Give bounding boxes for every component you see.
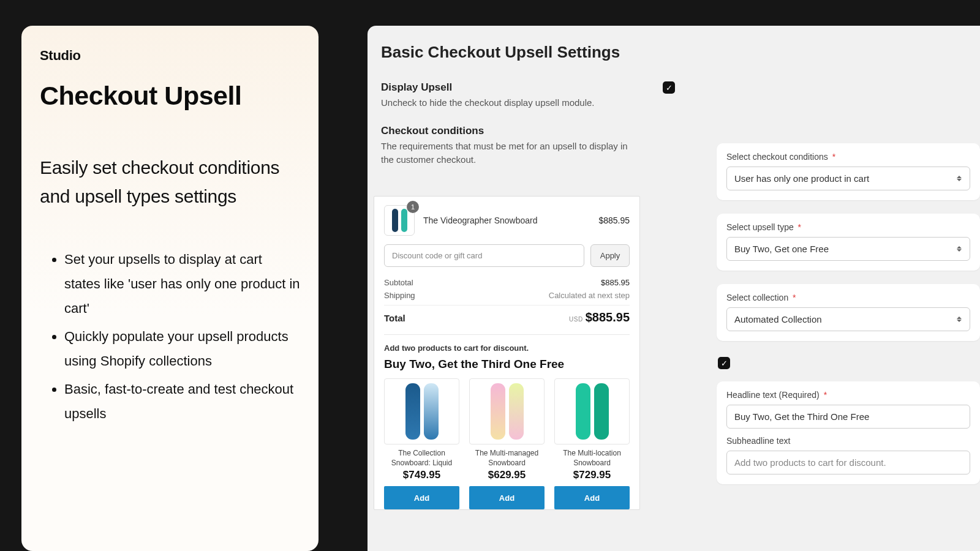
- hero-bullet: Quickly populate your upsell products us…: [64, 324, 300, 373]
- total-label: Total: [384, 313, 405, 323]
- forms-column: Select checkout conditions * User has on…: [717, 143, 980, 498]
- conditions-label: Checkout conditions: [381, 125, 638, 137]
- upsell-card: The Multi-managed Snowboard $629.95 Add: [469, 378, 545, 509]
- upsell-name: The Multi-managed Snowboard: [469, 448, 545, 468]
- discount-input[interactable]: Discount code or gift card: [384, 244, 584, 267]
- settings-title: Basic Checkout Upsell Settings: [381, 43, 980, 62]
- display-upsell-row: Display Upsell Uncheck to hide the check…: [381, 81, 980, 110]
- headline-form-card: Headline text (Required) * Buy Two, Get …: [717, 381, 980, 484]
- upsell-grid: The Collection Snowboard: Liquid $749.95…: [384, 378, 630, 509]
- conditions-select-label: Select checkout conditions *: [726, 152, 970, 162]
- subtotal-value: $885.95: [601, 278, 630, 287]
- collection-form-card: Select collection * Automated Collection: [717, 284, 980, 341]
- upsell-type-select[interactable]: Buy Two, Get one Free: [726, 237, 970, 261]
- upsell-type-select-value: Buy Two, Get one Free: [734, 244, 829, 254]
- headline-input-label: Headline text (Required) *: [726, 390, 970, 400]
- hero-title: Checkout Upsell: [40, 81, 300, 111]
- upsell-name: The Collection Snowboard: Liquid: [384, 448, 459, 468]
- collection-select[interactable]: Automated Collection: [726, 307, 970, 331]
- extra-checkbox[interactable]: ✓: [718, 357, 730, 369]
- collection-select-label: Select collection *: [726, 293, 970, 302]
- total-currency: USD: [569, 316, 583, 323]
- subheadline-input-label: Subheadline text: [726, 436, 970, 446]
- conditions-select[interactable]: User has only one product in cart: [726, 167, 970, 190]
- qty-badge: 1: [407, 201, 419, 213]
- upsell-name: The Multi-location Snowboard: [554, 448, 630, 468]
- conditions-form-card: Select checkout conditions * User has on…: [717, 143, 980, 200]
- chevron-updown-icon: [956, 174, 962, 183]
- upsell-price: $629.95: [469, 469, 545, 481]
- upsell-image: [554, 378, 630, 444]
- cart-item-price: $885.95: [598, 216, 630, 225]
- conditions-select-value: User has only one product in cart: [734, 173, 869, 184]
- checkout-preview: 1 The Videographer Snowboard $885.95 Dis…: [374, 196, 640, 510]
- upsell-image: [469, 378, 545, 444]
- headline-input-value: Buy Two, Get the Third One Free: [734, 411, 869, 422]
- display-upsell-help: Uncheck to hide the checkout display ups…: [381, 96, 638, 110]
- display-upsell-label: Display Upsell: [381, 81, 638, 94]
- subtotal-label: Subtotal: [384, 278, 413, 287]
- upsell-image: [384, 378, 459, 444]
- settings-panel: Basic Checkout Upsell Settings Display U…: [368, 26, 980, 551]
- hero-bullets: Set your upsells to display at cart stat…: [40, 247, 300, 426]
- upsell-type-form-card: Select upsell type * Buy Two, Get one Fr…: [717, 214, 980, 271]
- collection-select-value: Automated Collection: [734, 314, 822, 324]
- add-button[interactable]: Add: [384, 486, 459, 509]
- brand-label: Studio: [40, 48, 300, 64]
- upsell-headline: Buy Two, Get the Third One Free: [384, 358, 630, 371]
- display-upsell-checkbox[interactable]: ✓: [663, 81, 675, 94]
- upsell-card: The Collection Snowboard: Liquid $749.95…: [384, 378, 459, 509]
- total-value: $885.95: [586, 310, 630, 324]
- upsell-card: The Multi-location Snowboard $729.95 Add: [554, 378, 630, 509]
- shipping-label: Shipping: [384, 291, 415, 300]
- conditions-help: The requirements that must be met for an…: [381, 140, 638, 167]
- upsell-hint: Add two products to cart for discount.: [384, 343, 630, 353]
- hero-bullet: Basic, fast-to-create and test checkout …: [64, 377, 300, 426]
- apply-button[interactable]: Apply: [590, 244, 630, 267]
- upsell-price: $749.95: [384, 469, 459, 481]
- hero-card: Studio Checkout Upsell Easily set checko…: [21, 26, 318, 551]
- hero-bullet: Set your upsells to display at cart stat…: [64, 247, 300, 321]
- headline-input[interactable]: Buy Two, Get the Third One Free: [726, 405, 970, 429]
- cart-item-name: The Videographer Snowboard: [423, 216, 590, 225]
- subheadline-input[interactable]: [726, 451, 970, 474]
- cart-item-row: 1 The Videographer Snowboard $885.95: [384, 205, 630, 236]
- product-thumbnail: 1: [384, 205, 415, 236]
- shipping-value: Calculated at next step: [549, 291, 630, 300]
- upsell-type-select-label: Select upsell type *: [726, 222, 970, 232]
- hero-subtitle: Easily set checkout conditions and upsel…: [40, 154, 300, 211]
- chevron-updown-icon: [956, 245, 962, 253]
- chevron-updown-icon: [956, 315, 962, 324]
- add-button[interactable]: Add: [469, 486, 545, 509]
- add-button[interactable]: Add: [554, 486, 630, 509]
- upsell-price: $729.95: [554, 469, 630, 481]
